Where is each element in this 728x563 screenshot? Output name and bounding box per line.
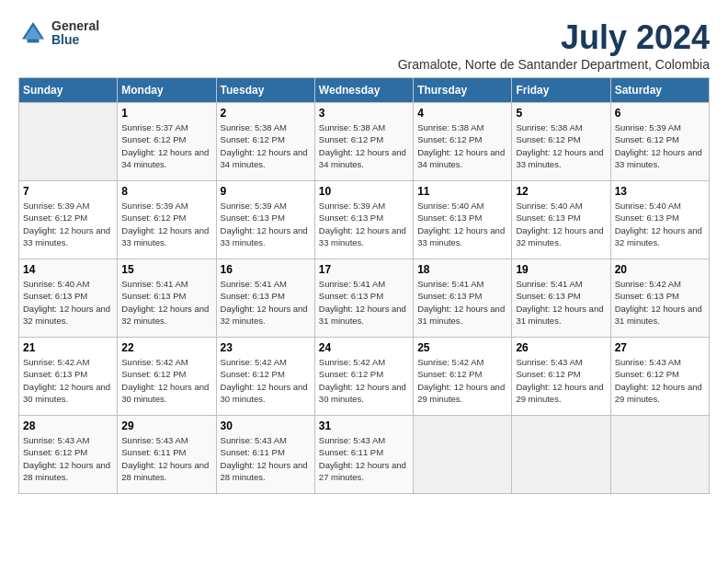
calendar-day-cell: 15Sunrise: 5:41 AMSunset: 6:13 PMDayligh… <box>118 259 216 338</box>
calendar-day-cell: 16Sunrise: 5:41 AMSunset: 6:13 PMDayligh… <box>216 259 314 338</box>
calendar-day-cell: 3Sunrise: 5:38 AMSunset: 6:12 PMDaylight… <box>314 103 413 181</box>
month-year-title: July 2024 <box>398 18 710 57</box>
day-number: 21 <box>23 341 113 354</box>
calendar-day-cell: 13Sunrise: 5:40 AMSunset: 6:13 PMDayligh… <box>610 181 709 259</box>
day-info: Sunrise: 5:38 AMSunset: 6:12 PMDaylight:… <box>319 121 409 170</box>
calendar-week-row: 28Sunrise: 5:43 AMSunset: 6:12 PMDayligh… <box>19 416 710 494</box>
day-header: Thursday <box>414 78 512 103</box>
calendar-day-cell: 4Sunrise: 5:38 AMSunset: 6:12 PMDaylight… <box>414 103 512 181</box>
day-number: 22 <box>121 341 211 354</box>
calendar-day-cell: 30Sunrise: 5:43 AMSunset: 6:11 PMDayligh… <box>216 416 314 494</box>
calendar-table: SundayMondayTuesdayWednesdayThursdayFrid… <box>18 77 710 494</box>
day-number: 16 <box>221 263 311 276</box>
calendar-day-cell: 5Sunrise: 5:38 AMSunset: 6:12 PMDaylight… <box>512 103 610 181</box>
calendar-day-cell: 24Sunrise: 5:42 AMSunset: 6:12 PMDayligh… <box>314 338 413 416</box>
day-info: Sunrise: 5:41 AMSunset: 6:13 PMDaylight:… <box>516 278 606 327</box>
calendar-day-cell: 29Sunrise: 5:43 AMSunset: 6:11 PMDayligh… <box>118 416 216 494</box>
calendar-week-row: 21Sunrise: 5:42 AMSunset: 6:13 PMDayligh… <box>19 338 710 416</box>
svg-rect-2 <box>28 39 40 42</box>
calendar-week-row: 7Sunrise: 5:39 AMSunset: 6:12 PMDaylight… <box>19 181 710 259</box>
title-section: July 2024 Gramalote, Norte de Santander … <box>398 18 710 72</box>
calendar-day-cell: 10Sunrise: 5:39 AMSunset: 6:13 PMDayligh… <box>314 181 413 259</box>
day-info: Sunrise: 5:37 AMSunset: 6:12 PMDaylight:… <box>121 121 211 170</box>
day-info: Sunrise: 5:43 AMSunset: 6:12 PMDaylight:… <box>23 434 113 483</box>
day-number: 1 <box>121 107 211 120</box>
day-number: 11 <box>417 185 507 198</box>
day-info: Sunrise: 5:42 AMSunset: 6:12 PMDaylight:… <box>221 356 311 405</box>
day-number: 14 <box>23 263 113 276</box>
day-number: 24 <box>319 341 409 354</box>
day-info: Sunrise: 5:40 AMSunset: 6:13 PMDaylight:… <box>23 278 113 327</box>
calendar-day-cell: 14Sunrise: 5:40 AMSunset: 6:13 PMDayligh… <box>19 259 118 338</box>
calendar-day-cell <box>610 416 709 494</box>
calendar-day-cell: 8Sunrise: 5:39 AMSunset: 6:12 PMDaylight… <box>118 181 216 259</box>
day-header: Monday <box>118 78 216 103</box>
day-number: 3 <box>319 107 409 120</box>
calendar-header-row: SundayMondayTuesdayWednesdayThursdayFrid… <box>19 78 710 103</box>
day-info: Sunrise: 5:40 AMSunset: 6:13 PMDaylight:… <box>417 200 507 248</box>
logo-icon <box>18 18 48 48</box>
calendar-day-cell: 21Sunrise: 5:42 AMSunset: 6:13 PMDayligh… <box>19 338 118 416</box>
day-info: Sunrise: 5:39 AMSunset: 6:12 PMDaylight:… <box>121 200 211 248</box>
day-info: Sunrise: 5:38 AMSunset: 6:12 PMDaylight:… <box>417 121 507 170</box>
day-info: Sunrise: 5:42 AMSunset: 6:12 PMDaylight:… <box>121 356 211 405</box>
day-header: Friday <box>512 78 610 103</box>
day-number: 25 <box>417 341 507 354</box>
calendar-day-cell: 18Sunrise: 5:41 AMSunset: 6:13 PMDayligh… <box>414 259 512 338</box>
day-info: Sunrise: 5:39 AMSunset: 6:12 PMDaylight:… <box>23 200 113 248</box>
calendar-day-cell: 26Sunrise: 5:43 AMSunset: 6:12 PMDayligh… <box>512 338 610 416</box>
calendar-day-cell: 20Sunrise: 5:42 AMSunset: 6:13 PMDayligh… <box>610 259 709 338</box>
day-info: Sunrise: 5:40 AMSunset: 6:13 PMDaylight:… <box>615 200 705 248</box>
day-header: Wednesday <box>314 78 413 103</box>
day-number: 28 <box>23 419 113 432</box>
day-info: Sunrise: 5:42 AMSunset: 6:12 PMDaylight:… <box>319 356 409 405</box>
logo: General Blue <box>18 18 99 48</box>
day-info: Sunrise: 5:42 AMSunset: 6:13 PMDaylight:… <box>23 356 113 405</box>
calendar-day-cell <box>19 103 118 181</box>
calendar-day-cell: 11Sunrise: 5:40 AMSunset: 6:13 PMDayligh… <box>414 181 512 259</box>
day-number: 15 <box>121 263 211 276</box>
day-number: 6 <box>615 107 705 120</box>
calendar-day-cell: 9Sunrise: 5:39 AMSunset: 6:13 PMDaylight… <box>216 181 314 259</box>
calendar-day-cell: 28Sunrise: 5:43 AMSunset: 6:12 PMDayligh… <box>19 416 118 494</box>
calendar-day-cell: 22Sunrise: 5:42 AMSunset: 6:12 PMDayligh… <box>118 338 216 416</box>
calendar-day-cell: 6Sunrise: 5:39 AMSunset: 6:12 PMDaylight… <box>610 103 709 181</box>
location-label: Gramalote, Norte de Santander Department… <box>398 57 710 72</box>
day-number: 10 <box>319 185 409 198</box>
page-header: General Blue July 2024 Gramalote, Norte … <box>18 18 710 72</box>
calendar-day-cell: 31Sunrise: 5:43 AMSunset: 6:11 PMDayligh… <box>314 416 413 494</box>
day-info: Sunrise: 5:41 AMSunset: 6:13 PMDaylight:… <box>319 278 409 327</box>
day-info: Sunrise: 5:42 AMSunset: 6:13 PMDaylight:… <box>615 278 705 327</box>
day-info: Sunrise: 5:43 AMSunset: 6:11 PMDaylight:… <box>221 434 311 483</box>
day-info: Sunrise: 5:43 AMSunset: 6:12 PMDaylight:… <box>516 356 606 405</box>
day-number: 7 <box>23 185 113 198</box>
day-info: Sunrise: 5:40 AMSunset: 6:13 PMDaylight:… <box>516 200 606 248</box>
day-number: 12 <box>516 185 606 198</box>
day-header: Sunday <box>19 78 118 103</box>
day-number: 26 <box>516 341 606 354</box>
day-info: Sunrise: 5:39 AMSunset: 6:13 PMDaylight:… <box>319 200 409 248</box>
day-info: Sunrise: 5:43 AMSunset: 6:11 PMDaylight:… <box>121 434 211 483</box>
calendar-day-cell: 7Sunrise: 5:39 AMSunset: 6:12 PMDaylight… <box>19 181 118 259</box>
calendar-day-cell: 23Sunrise: 5:42 AMSunset: 6:12 PMDayligh… <box>216 338 314 416</box>
day-info: Sunrise: 5:43 AMSunset: 6:12 PMDaylight:… <box>615 356 705 405</box>
day-header: Saturday <box>610 78 709 103</box>
day-info: Sunrise: 5:39 AMSunset: 6:12 PMDaylight:… <box>615 121 705 170</box>
day-number: 27 <box>615 341 705 354</box>
day-info: Sunrise: 5:38 AMSunset: 6:12 PMDaylight:… <box>516 121 606 170</box>
day-info: Sunrise: 5:39 AMSunset: 6:13 PMDaylight:… <box>221 200 311 248</box>
calendar-week-row: 14Sunrise: 5:40 AMSunset: 6:13 PMDayligh… <box>19 259 710 338</box>
calendar-day-cell: 19Sunrise: 5:41 AMSunset: 6:13 PMDayligh… <box>512 259 610 338</box>
day-number: 19 <box>516 263 606 276</box>
day-number: 8 <box>121 185 211 198</box>
day-number: 4 <box>417 107 507 120</box>
day-info: Sunrise: 5:42 AMSunset: 6:12 PMDaylight:… <box>417 356 507 405</box>
day-number: 5 <box>516 107 606 120</box>
logo-text: General Blue <box>51 19 99 48</box>
calendar-day-cell: 27Sunrise: 5:43 AMSunset: 6:12 PMDayligh… <box>610 338 709 416</box>
day-number: 9 <box>221 185 311 198</box>
day-info: Sunrise: 5:41 AMSunset: 6:13 PMDaylight:… <box>221 278 311 327</box>
calendar-day-cell: 12Sunrise: 5:40 AMSunset: 6:13 PMDayligh… <box>512 181 610 259</box>
day-number: 31 <box>319 419 409 432</box>
day-info: Sunrise: 5:43 AMSunset: 6:11 PMDaylight:… <box>319 434 409 483</box>
